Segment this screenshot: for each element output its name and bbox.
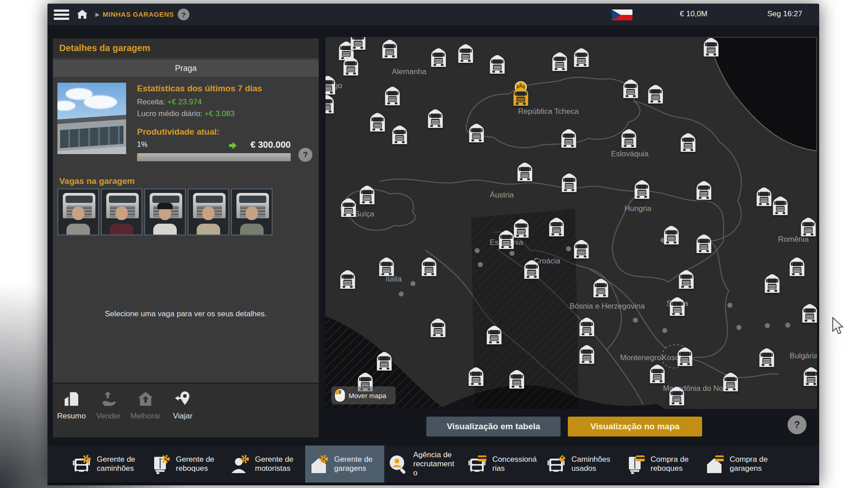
sell-button[interactable]: Vender	[90, 390, 127, 421]
garage-map-icon[interactable]	[675, 346, 695, 367]
toolbar-item-dealers[interactable]: Concessionárias	[463, 446, 542, 483]
travel-button[interactable]: Viajar	[164, 390, 201, 421]
toolbar-item-truck-manager[interactable]: Gerente decaminhões	[68, 446, 147, 483]
breadcrumb-help-button[interactable]: ?	[178, 9, 189, 20]
toolbar-item-label: Compra degaragens	[730, 455, 768, 473]
garage-map-icon[interactable]	[521, 259, 542, 280]
garage-map-icon[interactable]	[676, 269, 697, 290]
productivity-help-button[interactable]: ?	[298, 148, 312, 162]
garage-map-icon[interactable]	[419, 256, 439, 277]
summary-icon	[62, 390, 80, 408]
garage-map-icon[interactable]	[720, 371, 741, 392]
garage-map-icon[interactable]	[428, 317, 448, 338]
toolbar-item-garage-manager[interactable]: Gerente degaragens	[305, 446, 384, 483]
garage-map-icon[interactable]	[661, 225, 682, 245]
garage-map-icon[interactable]	[376, 256, 397, 277]
garage-map-icon[interactable]	[770, 195, 791, 216]
garage-map-icon[interactable]	[466, 122, 487, 143]
garage-map-icon[interactable]	[693, 180, 714, 201]
garage-map-icon[interactable]	[559, 172, 580, 193]
garage-slot[interactable]	[101, 188, 142, 235]
garage-map-icon[interactable]	[576, 344, 597, 365]
travel-icon	[174, 390, 192, 408]
garage-map-icon[interactable]	[382, 85, 403, 106]
garage-map-icon[interactable]	[762, 273, 783, 294]
garage-map-icon[interactable]	[667, 296, 688, 317]
move-map-hint[interactable]: Mover mapa	[331, 386, 396, 404]
garage-map-icon[interactable]	[801, 366, 817, 387]
toolbar-item-recruitment-agency[interactable]: Agência derecrutamento	[384, 446, 463, 483]
home-icon[interactable]	[75, 8, 89, 21]
summary-button[interactable]: Resumo	[53, 390, 90, 421]
garage-map-icon[interactable]	[389, 124, 410, 145]
garage-map-icon[interactable]	[546, 216, 567, 237]
garage-gear-icon	[308, 453, 330, 475]
garage-map-icon[interactable]	[357, 184, 377, 205]
upgrade-button[interactable]: Melhorar	[127, 390, 164, 421]
toolbar-item-garage-purchase[interactable]: Compra degaragens	[701, 446, 780, 483]
garage-map-icon[interactable]	[787, 256, 807, 277]
garage-map-icon[interactable]	[496, 229, 517, 250]
garage-map-icon[interactable]	[571, 47, 592, 68]
garage-map-icon[interactable]	[571, 239, 592, 259]
garage-map-icon[interactable]	[425, 108, 446, 129]
garage-map-icon[interactable]	[487, 54, 508, 75]
trailer-card-icon	[624, 453, 646, 475]
garage-map-icon[interactable]	[506, 369, 527, 389]
garage-map-icon[interactable]	[590, 277, 611, 298]
table-view-button[interactable]: Visualização em tabela	[426, 417, 561, 436]
garage-map-icon[interactable]	[620, 78, 641, 99]
garage-map-icon[interactable]	[558, 128, 579, 149]
garage-map-icon[interactable]	[337, 269, 358, 290]
selected-garage-map-icon[interactable]	[510, 86, 531, 107]
garage-map-icon[interactable]	[428, 47, 449, 68]
toolbar-item-used-trucks[interactable]: Caminhõesusados	[542, 446, 622, 483]
garage-map-icon[interactable]	[466, 366, 486, 387]
garage-slot[interactable]	[144, 188, 186, 235]
productivity-bar-fill	[137, 153, 138, 161]
garage-city-header: Praga	[53, 60, 319, 77]
garage-map-icon[interactable]	[647, 363, 668, 384]
garage-map-icon[interactable]	[693, 233, 714, 254]
garage-map-icon[interactable]	[799, 303, 817, 324]
garage-map-icon[interactable]	[666, 385, 687, 406]
garage-map-icon[interactable]	[798, 216, 817, 237]
garage-map-icon[interactable]	[340, 56, 361, 76]
garage-map-icon[interactable]	[549, 51, 570, 72]
garage-map-icon[interactable]	[348, 37, 368, 51]
toolbar-item-label: Gerente demotoristas	[255, 455, 293, 473]
game-window: ▶ MINHAS GARAGENS ? € 10,0M Seg 16:27 De…	[47, 4, 819, 485]
trailer-gear-icon	[150, 453, 171, 475]
map-view-button[interactable]: Visualização no mapa	[568, 417, 702, 436]
garage-map-icon[interactable]	[576, 316, 597, 337]
garage-map-icon[interactable]	[701, 37, 722, 57]
garage-map-icon[interactable]	[326, 75, 338, 95]
garage-map-icon[interactable]	[326, 94, 337, 114]
garage-map-icon[interactable]	[678, 132, 698, 153]
city-dot	[410, 281, 415, 286]
garage-map-icon[interactable]	[645, 84, 666, 104]
garage-map-icon[interactable]	[514, 161, 535, 182]
garage-map-icon[interactable]	[338, 197, 359, 218]
garage-map-icon[interactable]	[374, 351, 395, 371]
garage-map-icon[interactable]	[632, 179, 652, 200]
toolbar-item-trailer-manager[interactable]: Gerente dereboques	[147, 446, 226, 483]
garage-map-icon[interactable]	[379, 38, 400, 59]
toolbar-item-label: Compra dereboques	[651, 455, 689, 473]
garage-map-icon[interactable]	[367, 112, 388, 132]
menu-icon[interactable]	[54, 9, 69, 20]
increase-arrow-icon	[228, 141, 237, 150]
garage-slot[interactable]	[231, 188, 273, 235]
garage-map-icon[interactable]	[455, 43, 476, 64]
garage-map-icon[interactable]	[618, 128, 639, 149]
garage-map-icon[interactable]	[756, 347, 777, 368]
garage-map[interactable]: AlemanhaRepública TchecaEslováquiaHungri…	[326, 37, 817, 409]
toolbar-item-driver-manager[interactable]: Gerente demotoristas	[226, 446, 305, 483]
garage-slot[interactable]	[188, 188, 229, 235]
toolbar-item-trailer-purchase[interactable]: Compra dereboques	[622, 446, 701, 483]
map-help-button[interactable]: ?	[788, 415, 807, 434]
garage-map-icon[interactable]	[484, 324, 505, 345]
garage-slot[interactable]	[57, 188, 99, 235]
map-country-label: Montenegro	[620, 353, 661, 362]
productivity-label: Produtividade atual:	[137, 127, 220, 137]
